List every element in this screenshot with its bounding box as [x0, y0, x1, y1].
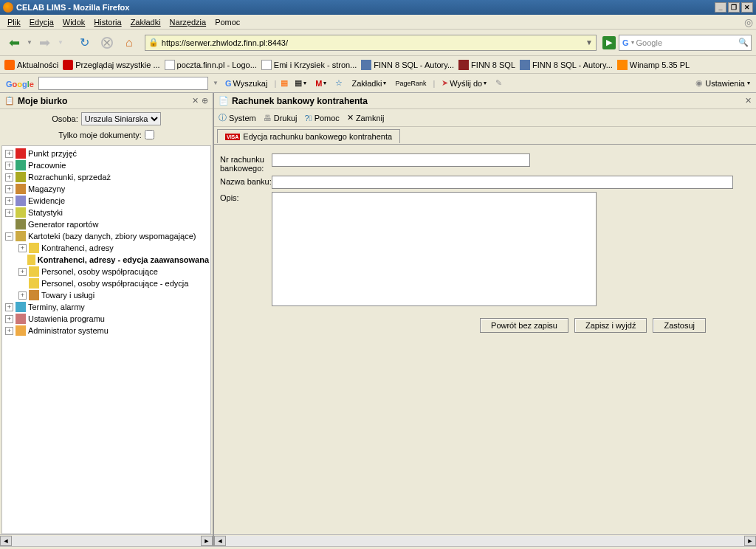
google-search-input[interactable] [38, 77, 208, 90]
expand-icon[interactable]: + [5, 209, 13, 217]
bookmark-winamp[interactable]: Winamp 5.35 PL [617, 60, 690, 70]
tree-kontrahenci[interactable]: +Kontrahenci, adresy [2, 242, 210, 254]
back-dropdown[interactable]: ▼ [27, 39, 32, 46]
search-bar[interactable]: G▾ 🔍 [619, 35, 752, 51]
tree-kontrahenci-edycja[interactable]: Kontrahenci, adresy - edycja zaawansowan… [2, 254, 210, 266]
tree-kartoteki[interactable]: −Kartoteki (bazy danych, zbiory wspomaga… [2, 230, 210, 242]
expand-icon[interactable]: + [5, 162, 13, 170]
expand-icon[interactable]: + [5, 303, 13, 311]
search-input[interactable] [636, 38, 738, 47]
expand-icon[interactable]: + [5, 150, 13, 158]
menu-narzedzia[interactable]: Narzędzia [165, 16, 211, 28]
minimize-button[interactable]: _ [715, 2, 726, 13]
zapisz-button[interactable]: Zapisz i wyjdź [574, 318, 647, 333]
tree-personel-edycja[interactable]: Personel, osoby współpracujące - edycja [2, 277, 210, 289]
zakladki-button[interactable]: Zakładki▾ [349, 79, 388, 88]
scroll-left-icon[interactable]: ◄ [0, 536, 12, 546]
tylko-checkbox[interactable] [145, 130, 154, 139]
search-dd[interactable]: ▾ [631, 39, 634, 46]
expand-icon[interactable]: + [18, 244, 27, 252]
menu-zakladki[interactable]: Zakładki [126, 16, 165, 28]
gmail-button[interactable]: M▾ [313, 79, 329, 88]
expand-icon[interactable]: + [5, 173, 13, 182]
bookmark-finn3[interactable]: FINN 8 SQL - Autory... [520, 60, 613, 70]
feed-icon[interactable]: ▦ [281, 78, 288, 88]
panel-expand-icon[interactable]: ✕ [192, 96, 199, 106]
menu-widok[interactable]: Widok [58, 16, 90, 28]
bookmark-poczta[interactable]: poczta.finn.pl - Logo... [165, 60, 257, 70]
expand-icon[interactable]: + [5, 197, 13, 205]
tree-personel[interactable]: +Personel, osoby współpracujące [2, 266, 210, 277]
stop-button[interactable]: ✕ [97, 33, 117, 52]
menu-plik[interactable]: Plik [3, 16, 25, 28]
tree-rozrachunki[interactable]: +Rozrachunki, sprzedaż [2, 171, 210, 183]
folder-icon [16, 231, 26, 241]
bookmark-finn2[interactable]: FINN 8 SQL [458, 60, 515, 70]
url-bar[interactable]: 🔒 ▼ [145, 35, 597, 51]
system-button[interactable]: ⓘSystem [219, 112, 256, 123]
zastosuj-button[interactable]: Zastosuj [653, 318, 706, 333]
pagerank-button[interactable]: PageRank [393, 80, 428, 87]
url-input[interactable] [162, 38, 585, 47]
url-dropdown[interactable]: ▼ [585, 38, 593, 46]
bookmark-aktualnosci[interactable]: Aktualności [4, 60, 58, 70]
highlighter-button[interactable]: ✎ [493, 78, 504, 88]
expand-icon[interactable]: + [5, 315, 13, 323]
tree-ewidencje[interactable]: +Ewidencje [2, 195, 210, 207]
reload-button[interactable]: ↻ [75, 33, 94, 52]
menu-edycja[interactable]: Edycja [25, 16, 58, 28]
tree-pracownie[interactable]: +Pracownie [2, 159, 210, 171]
bookmark-emi[interactable]: Emi i Krzysiek - stron... [261, 60, 357, 70]
tree-magazyny[interactable]: +Magazyny [2, 183, 210, 195]
search-icon[interactable]: 🔍 [738, 38, 749, 47]
powrot-button[interactable]: Powrót bez zapisu [480, 318, 568, 333]
nr-rachunku-input[interactable] [272, 153, 530, 167]
tree-terminy[interactable]: +Terminy, alarmy [2, 301, 210, 313]
scroll-track[interactable] [12, 536, 201, 546]
osoba-select[interactable]: Urszula Siniarska [81, 112, 161, 125]
bookmark-przegladaj[interactable]: Przeglądaj wszystkie ... [63, 60, 159, 70]
close-panel-icon[interactable]: ✕ [745, 96, 752, 106]
wyslij-button[interactable]: ➤Wyślij do▾ [439, 78, 489, 88]
menu-historia[interactable]: Historia [89, 16, 126, 28]
opis-label: Opis: [220, 192, 272, 202]
star-button[interactable]: ☆ [333, 78, 345, 88]
expand-icon[interactable]: + [5, 327, 13, 335]
expand-icon[interactable]: + [18, 291, 27, 300]
play-icon: ▶ [606, 38, 612, 47]
tree-towary[interactable]: +Towary i usługi [2, 289, 210, 301]
tree-punkt-przyjec[interactable]: +Punkt przyjęć [2, 148, 210, 159]
settings-icon[interactable]: ◎ [744, 16, 753, 28]
expand-icon[interactable]: + [5, 185, 13, 193]
tiles-button[interactable]: ▦▾ [292, 78, 309, 88]
collapse-icon[interactable]: − [5, 232, 13, 241]
tree-generator[interactable]: Generator raportów [2, 218, 210, 230]
panel-options-icon[interactable]: ⊕ [202, 96, 208, 106]
back-button[interactable]: ⬅ [4, 33, 24, 52]
left-hscroll[interactable]: ◄ ► [0, 534, 213, 546]
scroll-right-icon[interactable]: ► [744, 536, 756, 546]
opis-textarea[interactable] [272, 192, 597, 306]
tab-edycja-rachunku[interactable]: VISAEdycja rachunku bankowego kontrahent… [217, 129, 400, 143]
scroll-right-icon[interactable]: ► [201, 536, 213, 546]
home-button[interactable]: ⌂ [120, 33, 139, 52]
drukuj-button[interactable]: 🖶Drukuj [264, 114, 298, 122]
expand-icon[interactable]: + [18, 268, 27, 276]
go-button[interactable]: ▶ [602, 36, 616, 49]
close-window-button[interactable]: ✕ [741, 2, 753, 13]
restore-button[interactable]: ❐ [728, 2, 740, 13]
scroll-track[interactable] [226, 536, 744, 546]
pomoc-button[interactable]: ?⃝Pomoc [304, 114, 339, 122]
menu-pomoc[interactable]: Pomoc [210, 16, 244, 28]
right-hscroll[interactable]: ◄ ► [214, 534, 756, 546]
tree-statystyki[interactable]: +Statystyki [2, 207, 210, 218]
bookmark-finn1[interactable]: FINN 8 SQL - Autory... [361, 60, 454, 70]
gsearch-dd[interactable]: ▼ [213, 80, 219, 86]
tree-admin[interactable]: +Administrator systemu [2, 325, 210, 336]
nazwa-banku-input[interactable] [272, 176, 733, 189]
ustawienia-button[interactable]: ◉Ustawienia▾ [695, 78, 750, 88]
tree-ustawienia[interactable]: +Ustawienia programu [2, 313, 210, 325]
wyszukaj-button[interactable]: GWyszukaj [223, 79, 270, 88]
zamknij-button[interactable]: ✕Zamknij [347, 113, 385, 122]
scroll-left-icon[interactable]: ◄ [214, 536, 226, 546]
